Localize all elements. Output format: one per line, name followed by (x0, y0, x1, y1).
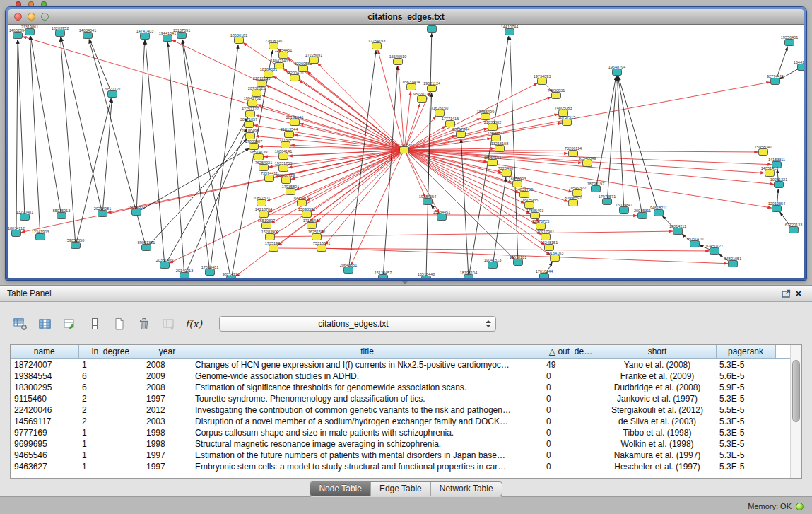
graph-node[interactable]: 14741403 (136, 29, 153, 40)
graph-node[interactable]: 89164103 (546, 251, 563, 262)
column-header-out-de[interactable]: △ out_de… (543, 345, 599, 358)
table-row[interactable]: 2242004622012Investigating the contribut… (11, 404, 791, 416)
graph-node[interactable]: 18034112 (8, 226, 25, 237)
graph-node[interactable]: 12070725 (532, 219, 549, 230)
table-row[interactable]: 946362711997Embryonic stem cells: a mode… (11, 461, 791, 472)
table-row[interactable]: 969969511998Structural magnetic resonanc… (11, 438, 791, 450)
graph-node[interactable]: 18064161 (484, 156, 501, 166)
column-header-title[interactable]: title (192, 345, 543, 358)
graph-node[interactable]: 94618211 (650, 206, 667, 216)
graph-node[interactable]: 20732625 (248, 86, 265, 97)
graph-node[interactable]: 14218704 (255, 207, 272, 218)
table-settings-button[interactable] (11, 315, 30, 333)
table-row[interactable]: 1830029562008Estimation of significance … (11, 382, 791, 393)
graph-node[interactable]: 73206114 (565, 146, 582, 157)
graph-node[interactable]: 14634041 (79, 28, 96, 39)
graph-node[interactable]: 59051350 (67, 238, 84, 249)
graph-node[interactable]: 15051509 (128, 205, 145, 216)
graph-node[interactable]: 21812103 (253, 76, 270, 87)
graph-node[interactable]: 19648794 (608, 65, 625, 76)
graph-node[interactable]: 28180498 (242, 129, 259, 139)
graph-node[interactable]: 16004141 (275, 149, 292, 160)
close-button[interactable] (14, 13, 22, 21)
graph-node[interactable]: 93358729 (278, 173, 295, 184)
table-row[interactable]: 1456911722003Disruption of a novel membe… (11, 416, 791, 427)
table-row[interactable]: 1938455462009Genome-wide association stu… (11, 370, 791, 382)
graph-node[interactable]: 14410744 (501, 25, 518, 35)
graph-node[interactable]: 16044611 (488, 131, 505, 141)
graph-node[interactable]: 92774411 (767, 74, 784, 85)
table-row[interactable]: 946554611997Estimation of the future num… (11, 450, 791, 461)
graph-node[interactable]: 19734093 (534, 74, 551, 85)
graph-node[interactable]: 15134457 (375, 271, 392, 279)
graph-node[interactable]: 10917901 (537, 230, 554, 240)
graph-node[interactable]: 12754451 (275, 48, 292, 59)
graph-node[interactable]: 19031820 (293, 196, 310, 206)
column-display-button[interactable] (36, 315, 54, 333)
column-header-name[interactable]: name (11, 345, 78, 358)
splitter-handle[interactable] (401, 281, 408, 284)
graph-node[interactable]: 20531121 (104, 87, 121, 98)
table-row[interactable]: 1872400712008Changes of HCN gene express… (11, 358, 791, 370)
network-graph[interactable]: 1724051118530182226080961275445114042140… (8, 25, 804, 278)
graph-node[interactable]: 16656003 (509, 177, 526, 187)
graph-node[interactable]: 14051413 (761, 166, 778, 177)
graph-node[interactable]: 19041313 (484, 258, 501, 269)
graph-node[interactable]: 85631404 (403, 80, 420, 90)
graph-node[interactable]: 20214981 (94, 206, 111, 217)
graph-node[interactable]: 17771416 (442, 117, 459, 127)
network-window-titlebar[interactable]: citations_edges.txt (8, 9, 804, 25)
row-tools-button[interactable] (86, 315, 104, 333)
graph-node[interactable]: 12010354 (768, 201, 785, 212)
graph-node[interactable]: 16640910 (389, 54, 406, 65)
graph-node[interactable]: 12254193 (368, 39, 385, 49)
graph-node[interactable]: 19556401 (781, 35, 798, 46)
graph-node[interactable]: 17973571 (599, 194, 616, 205)
graph-node[interactable]: 75316641 (313, 241, 330, 252)
graph-node[interactable]: 13216108 (491, 141, 508, 152)
graph-node[interactable]: 16510448 (418, 272, 435, 279)
graph-node[interactable]: 18195104 (460, 271, 477, 279)
graph-node[interactable]: 71626150 (431, 106, 448, 117)
graph-node[interactable]: 12715212 (277, 138, 294, 148)
graph-node[interactable]: 55015013 (53, 209, 70, 219)
minimize-button[interactable] (28, 13, 35, 21)
graph-node[interactable]: 19441041 (159, 31, 176, 42)
graph-node[interactable]: 98514139 (250, 150, 267, 160)
graph-node[interactable]: 20015311 (634, 209, 651, 219)
edit-columns-button[interactable] (61, 315, 79, 333)
graph-node[interactable]: 17610144 (536, 269, 553, 279)
graph-node[interactable]: 17351901 (265, 241, 282, 252)
graph-node[interactable]: 81830441 (423, 25, 440, 33)
table-selector-dropdown[interactable]: citations_edges.txt (219, 316, 496, 332)
graph-node[interactable]: 10261321 (770, 177, 787, 188)
graph-node[interactable]: 74850831 (548, 88, 565, 99)
graph-node[interactable]: 15248151 (541, 240, 558, 251)
app-zoom-button[interactable] (41, 1, 47, 7)
graph-node[interactable]: 16519307 (258, 218, 275, 229)
graph-node[interactable]: 20351409 (156, 258, 173, 269)
graph-node[interactable]: 17885493 (526, 209, 543, 219)
graph-node[interactable]: 19621124 (423, 81, 440, 92)
function-builder-button[interactable]: f(x) (184, 315, 203, 333)
graph-node[interactable]: 18203952 (52, 26, 69, 37)
graph-node[interactable]: 20140213 (176, 269, 193, 279)
graph-node[interactable]: 15019841 (616, 203, 632, 214)
graph-node[interactable]: 16251522 (308, 230, 325, 240)
graph-node[interactable]: 13220481 (16, 210, 33, 221)
graph-node[interactable]: 16051410 (686, 237, 703, 247)
column-header-in-degree[interactable]: in_degree (78, 345, 143, 358)
import-table-button[interactable] (160, 315, 178, 333)
scrollbar-thumb[interactable] (792, 360, 800, 422)
graph-node[interactable]: 13441970 (794, 60, 804, 71)
graph-node[interactable]: 15610101 (510, 255, 526, 266)
graph-node[interactable]: 15093571 (298, 207, 315, 218)
graph-node[interactable]: 80996591 (565, 196, 582, 206)
close-panel-button[interactable]: × (792, 287, 805, 300)
column-header-year[interactable]: year (143, 345, 192, 358)
delete-table-button[interactable] (135, 315, 153, 333)
zoom-button[interactable] (41, 13, 49, 21)
tab-network-table[interactable]: Network Table (430, 482, 502, 496)
tab-node-table[interactable]: Node Table (310, 482, 370, 496)
network-view[interactable]: 1724051118530182226080961275445114042140… (8, 25, 804, 278)
